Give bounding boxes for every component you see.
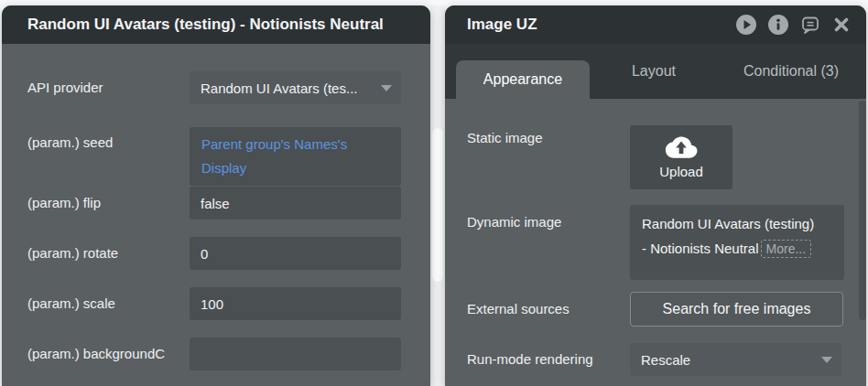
param-backgroundc-input[interactable]	[190, 338, 401, 370]
canvas-scrollbar-track[interactable]	[430, 0, 445, 386]
tab-appearance[interactable]: Appearance	[456, 60, 590, 99]
param-seed-label: (param.) seed	[27, 134, 113, 152]
search-free-images-label: Search for free images	[663, 301, 811, 317]
tab-layout[interactable]: Layout	[590, 44, 718, 99]
panel-scrollbar-thumb[interactable]	[859, 101, 866, 320]
upload-button[interactable]: Upload	[630, 125, 732, 189]
header-icon-group	[735, 14, 853, 36]
run-mode-value: Rescale	[641, 352, 816, 368]
param-seed-expression[interactable]: Parent group's Names's Display	[190, 127, 401, 186]
cloud-upload-icon	[664, 135, 699, 160]
info-icon[interactable]	[767, 14, 789, 36]
param-flip-input[interactable]	[190, 187, 401, 220]
external-sources-label: External sources	[467, 300, 570, 318]
comment-icon[interactable]	[799, 14, 821, 36]
api-provider-label: API provider	[27, 79, 103, 97]
param-backgroundc-label: (param.) backgroundC	[27, 345, 165, 363]
api-provider-value: Random UI Avatars (tes...	[201, 80, 375, 96]
param-flip-label: (param.) flip	[27, 194, 101, 212]
api-provider-property-panel: Random UI Avatars (testing) - Notionists…	[2, 5, 430, 386]
more-button[interactable]: More...	[761, 240, 812, 258]
dynamic-image-expression[interactable]: Random UI Avatars (testing) - Notionists…	[630, 205, 844, 280]
param-rotate-input[interactable]	[190, 237, 401, 270]
tab-layout-label: Layout	[632, 63, 676, 80]
static-image-label: Static image	[467, 129, 543, 147]
left-panel-title: Random UI Avatars (testing) - Notionists…	[27, 16, 418, 34]
image-element-property-panel: Image UZ	[445, 5, 866, 386]
canvas-scrollbar-thumb[interactable]	[432, 128, 443, 282]
close-icon[interactable]	[831, 15, 852, 35]
tab-appearance-label: Appearance	[483, 71, 562, 88]
tab-conditional-label: Conditional (3)	[743, 63, 839, 80]
run-mode-rendering-label: Run-mode rendering	[467, 350, 593, 369]
dynamic-image-label: Dynamic image	[467, 213, 561, 231]
property-tab-bar: Appearance Layout Conditional (3)	[445, 44, 866, 99]
param-scale-input[interactable]	[190, 287, 401, 320]
chevron-down-icon	[821, 357, 832, 363]
workspace: Random UI Avatars (testing) - Notionists…	[0, 0, 868, 386]
run-mode-dropdown[interactable]: Rescale	[630, 343, 841, 376]
param-rotate-label: (param.) rotate	[27, 244, 118, 263]
right-panel-header[interactable]: Image UZ	[445, 5, 866, 44]
tab-conditional[interactable]: Conditional (3)	[718, 44, 864, 99]
chevron-down-icon	[381, 85, 392, 91]
param-scale-label: (param.) scale	[27, 295, 115, 313]
play-icon[interactable]	[735, 14, 757, 36]
right-panel-title: Image UZ	[467, 16, 735, 34]
left-panel-header[interactable]: Random UI Avatars (testing) - Notionists…	[2, 5, 430, 44]
upload-button-label: Upload	[659, 164, 703, 179]
param-seed-value[interactable]: Parent group's Names's Display	[201, 136, 347, 176]
search-free-images-button[interactable]: Search for free images	[630, 292, 843, 327]
api-provider-dropdown[interactable]: Random UI Avatars (tes...	[190, 71, 401, 104]
